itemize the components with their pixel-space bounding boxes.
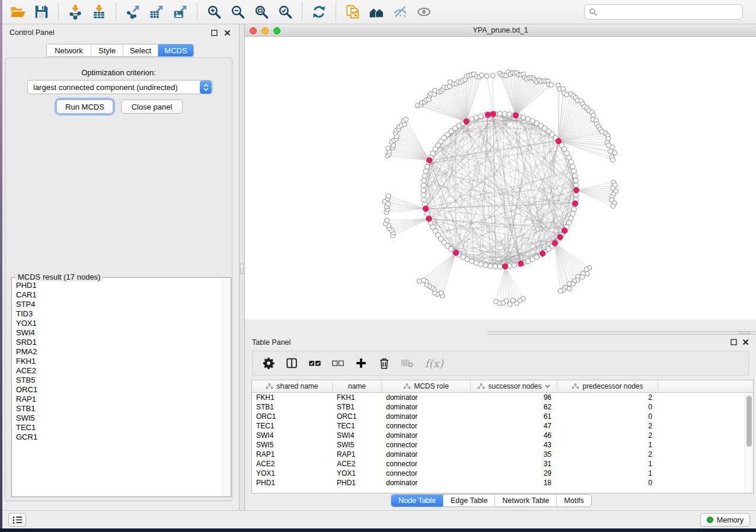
table-row[interactable]: STB1STB1dominator620 [252, 402, 753, 412]
mcds-result-item[interactable]: CAR1 [16, 290, 222, 300]
tab-network-table[interactable]: Network Table [495, 495, 556, 507]
network-canvas[interactable] [245, 37, 756, 319]
mcds-result-item[interactable]: STB1 [16, 404, 222, 414]
table-cell: dominator [382, 431, 471, 440]
search-box[interactable] [584, 4, 743, 20]
add-column-button[interactable] [354, 356, 368, 370]
tab-network[interactable]: Network [47, 44, 91, 56]
table-row[interactable]: ORC1ORC1dominator610 [252, 412, 753, 421]
mcds-result-item[interactable]: GCR1 [16, 432, 222, 442]
tab-edge-table[interactable]: Edge Table [443, 495, 495, 507]
run-mcds-button[interactable]: Run MCDS [56, 100, 113, 114]
delete-table-button[interactable] [400, 356, 414, 370]
mcds-result-item[interactable]: SWI4 [16, 328, 222, 338]
zoom-selected-button[interactable] [273, 2, 297, 22]
open-session-button[interactable] [6, 2, 30, 22]
splitter-grip[interactable] [739, 332, 750, 334]
table-row[interactable]: YOX1YOX1connector291 [252, 469, 753, 478]
table-cell: FKH1 [333, 393, 382, 402]
table-cell: 31 [471, 459, 557, 469]
clone-network-button[interactable] [341, 2, 365, 22]
show-all-button[interactable] [412, 2, 436, 22]
close-panel-button-mcds[interactable]: Close panel [121, 100, 183, 114]
zoom-selected-icon [277, 4, 293, 20]
deselect-all-button[interactable] [331, 356, 345, 370]
table-body: FKH1FKH1dominator962STB1STB1dominator620… [252, 393, 753, 488]
column-visibility-button[interactable] [285, 356, 299, 370]
save-session-button[interactable] [30, 2, 53, 22]
column-header-successor-nodes[interactable]: successor nodes [471, 380, 557, 392]
network-window-titlebar[interactable]: YPA_prune.txt_1 [245, 24, 756, 37]
mcds-result-item[interactable]: YOX1 [16, 319, 222, 328]
column-header-MCDS-role[interactable]: MCDS role [382, 380, 471, 392]
mcds-result-item[interactable]: PHD1 [16, 281, 222, 290]
tab-node-table[interactable]: Node Table [391, 495, 443, 507]
table-row[interactable]: SWI4SWI4dominator462 [252, 431, 753, 440]
splitter-grip[interactable] [240, 264, 244, 274]
memory-button[interactable]: Memory [700, 513, 750, 527]
column-header-predecessor-nodes[interactable]: predecessor nodes [557, 380, 658, 392]
table-settings-button[interactable] [261, 356, 276, 370]
mcds-result-group: MCDS result (17 nodes) PHD1CAR1STP4TID3Y… [11, 277, 231, 497]
table-row[interactable]: RAP1RAP1dominator352 [252, 450, 753, 459]
column-type-icon [403, 383, 411, 389]
import-network-button[interactable] [63, 2, 87, 22]
mcds-result-item[interactable]: ACE2 [16, 366, 222, 376]
zoom-out-button[interactable] [226, 2, 250, 22]
task-history-button[interactable] [8, 513, 26, 527]
vertical-splitter[interactable] [239, 24, 245, 510]
table-cell: YOX1 [252, 469, 333, 478]
first-neighbors-button[interactable] [365, 2, 388, 22]
export-table-button[interactable] [145, 2, 168, 22]
table-row[interactable]: SWI5SWI5connector431 [252, 440, 753, 450]
tab-select[interactable]: Select [123, 44, 158, 56]
select-all-button[interactable] [308, 356, 322, 370]
criterion-dropdown[interactable]: largest connected component (undirected) [27, 80, 213, 94]
right-area: YPA_prune.txt_1 Table Panel f(x) shared … [245, 24, 756, 510]
table-cell: dominator [382, 478, 471, 488]
mcds-result-item[interactable]: STP4 [16, 300, 222, 309]
table-scrollbar[interactable] [745, 393, 753, 493]
search-input[interactable] [601, 7, 738, 17]
column-header-shared-name[interactable]: shared name [252, 380, 333, 392]
export-network-button[interactable] [121, 2, 145, 22]
table-row[interactable]: PHD1PHD1dominator180 [252, 478, 753, 488]
mcds-result-item[interactable]: TEC1 [16, 423, 222, 432]
table-cell: 2 [557, 450, 658, 459]
column-header-name[interactable]: name [333, 380, 382, 392]
table-cell: 96 [471, 393, 557, 402]
table-row[interactable]: ACE2ACE2connector311 [252, 459, 753, 469]
mcds-result-item[interactable]: SWI5 [16, 414, 222, 423]
zoom-in-button[interactable] [202, 2, 226, 22]
refresh-button[interactable] [307, 2, 331, 22]
import-table-button[interactable] [87, 2, 111, 22]
table-row[interactable]: TEC1TEC1connector472 [252, 421, 753, 431]
mcds-result-item[interactable]: RAP1 [16, 395, 222, 404]
mcds-list-scrollbar[interactable] [222, 278, 230, 496]
delete-column-button[interactable] [377, 356, 391, 370]
close-table-panel-button[interactable] [742, 338, 749, 345]
mcds-result-item[interactable]: SRD1 [16, 338, 222, 347]
column-type-icon [477, 383, 485, 389]
refresh-icon [311, 4, 327, 20]
mcds-result-item[interactable]: FKH1 [16, 357, 222, 366]
table-row[interactable]: FKH1FKH1dominator962 [252, 393, 753, 402]
clone-network-icon [345, 4, 361, 20]
mcds-result-item[interactable]: PMA2 [16, 347, 222, 357]
function-builder-button[interactable]: f(x) [423, 356, 445, 370]
close-panel-button[interactable] [224, 29, 231, 36]
tab-motifs[interactable]: Motifs [556, 495, 591, 507]
scrollbar-thumb[interactable] [747, 396, 752, 447]
export-image-button[interactable] [168, 2, 192, 22]
mcds-result-item[interactable]: ORC1 [16, 385, 222, 395]
mcds-result-item[interactable]: TID3 [16, 309, 222, 319]
tab-mcds[interactable]: MCDS [158, 44, 193, 56]
chevron-down-icon [203, 88, 209, 91]
tab-style[interactable]: Style [91, 44, 123, 56]
hide-selected-button[interactable] [388, 2, 412, 22]
mcds-result-item[interactable]: STB5 [16, 376, 222, 385]
zoom-fit-button[interactable] [250, 2, 273, 22]
float-panel-button[interactable] [210, 29, 218, 36]
float-table-panel-button[interactable] [730, 338, 737, 345]
mcds-result-list[interactable]: PHD1CAR1STP4TID3YOX1SWI4SRD1PMA2FKH1ACE2… [12, 278, 222, 496]
